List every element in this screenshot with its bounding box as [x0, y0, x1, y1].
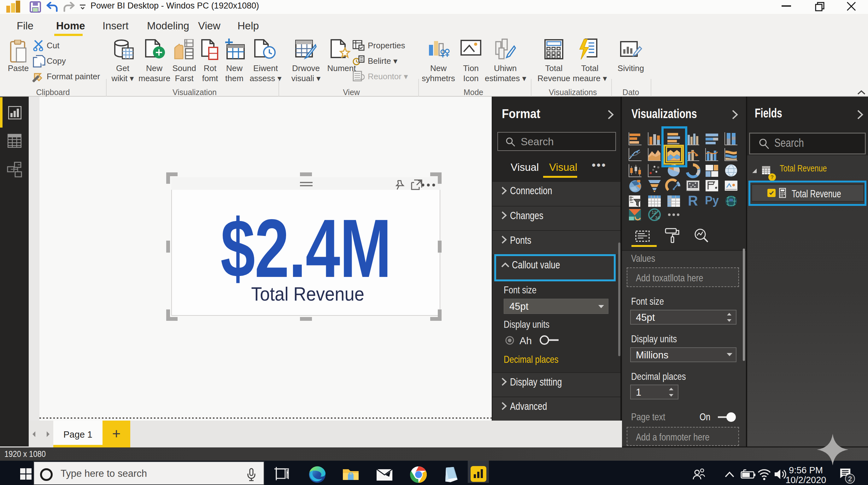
- svg-text:?: ?: [771, 175, 774, 180]
- svg-text:2: 2: [848, 475, 852, 483]
- svg-text:R: R: [688, 193, 698, 208]
- svg-text:12: 12: [652, 210, 656, 215]
- svg-text:34: 34: [655, 215, 659, 220]
- svg-text:Py: Py: [705, 194, 719, 207]
